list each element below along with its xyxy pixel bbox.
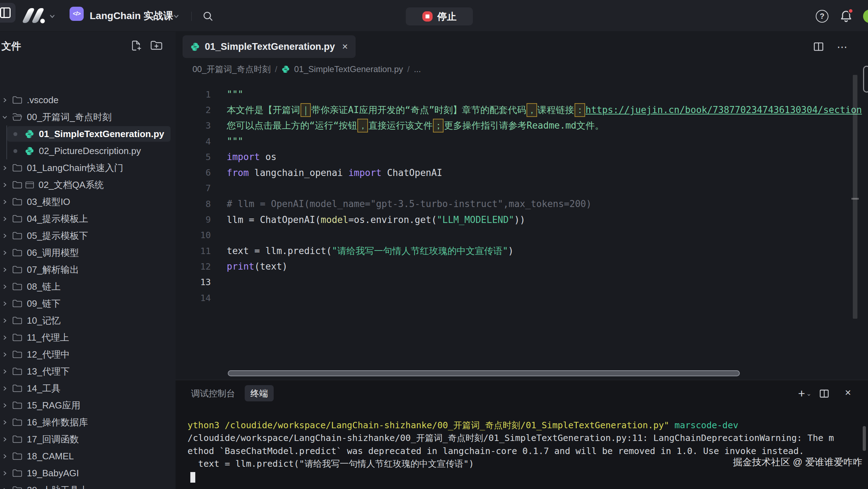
folder-icon: [12, 164, 22, 172]
tree-folder-row[interactable]: 04_提示模板上: [0, 210, 176, 227]
notification-bell-icon[interactable]: [839, 9, 853, 23]
stop-button[interactable]: 停止: [406, 7, 473, 25]
folder-icon: [12, 181, 22, 189]
breadcrumb-folder[interactable]: 00_开篇词_奇点时刻: [192, 64, 270, 75]
file-explorer-panel: 文件 .vscode00_开篇词_奇点时刻01_SimpleTextGenera…: [0, 32, 176, 489]
chevron-right-icon[interactable]: [2, 301, 8, 306]
editor-vertical-scrollbar[interactable]: [853, 75, 857, 319]
user-avatar[interactable]: [863, 10, 868, 23]
tab-terminal[interactable]: 终端: [245, 385, 274, 401]
code-line: 6from langchain_openai import ChatOpenAI: [176, 165, 868, 180]
terminal-output[interactable]: ython3 /cloudide/workspace/LangChain-shi…: [188, 419, 861, 489]
chevron-right-icon[interactable]: [2, 165, 8, 171]
folder-icon: [12, 435, 22, 443]
code-line-content: """: [227, 136, 868, 147]
chevron-right-icon[interactable]: [2, 454, 8, 459]
code-token: # llm = OpenAI(model_name="gpt-3.5-turbo…: [227, 199, 591, 209]
tree-folder-row[interactable]: 00_开篇词_奇点时刻: [0, 108, 176, 125]
chevron-right-icon[interactable]: [2, 386, 8, 391]
tree-folder-row[interactable]: 18_CAMEL: [0, 448, 176, 465]
chevron-right-icon[interactable]: [2, 216, 8, 222]
code-editor[interactable]: 1"""2本文件是【开篇词｜带你亲证AI应用开发的“奇点”时刻】章节的配套代码，…: [176, 80, 868, 380]
file-tree: .vscode00_开篇词_奇点时刻01_SimpleTextGeneratio…: [0, 92, 176, 489]
new-folder-icon[interactable]: [150, 39, 163, 52]
help-icon[interactable]: ?: [816, 10, 828, 23]
editor-tab[interactable]: 01_SimpleTextGeneration.py ×: [183, 35, 356, 58]
chevron-right-icon[interactable]: [2, 369, 8, 374]
chevron-right-icon[interactable]: [2, 437, 8, 442]
tree-folder-row[interactable]: 12_代理中: [0, 346, 176, 363]
more-actions-icon[interactable]: ⋯: [836, 40, 850, 54]
tree-indent-guide: [6, 125, 7, 159]
tree-file-row[interactable]: 02_PictureDescription.py: [0, 142, 176, 159]
folder-icon: [12, 452, 22, 460]
folder-icon: [12, 265, 22, 274]
split-editor-icon[interactable]: [811, 40, 826, 54]
sidebar-toggle-button[interactable]: [0, 3, 16, 23]
tree-folder-row[interactable]: 10_记忆: [0, 312, 176, 329]
tree-item-label: 17_回调函数: [27, 433, 79, 446]
tree-folder-row[interactable]: 05_提示模板下: [0, 227, 176, 244]
tree-folder-row[interactable]: 02_文档QA系统: [0, 176, 176, 193]
tree-item-label: 19_BabyAGI: [27, 468, 79, 479]
tree-folder-row[interactable]: 03_模型IO: [0, 193, 176, 210]
tree-folder-row[interactable]: 06_调用模型: [0, 244, 176, 261]
chevron-right-icon[interactable]: [2, 471, 8, 476]
tree-folder-row[interactable]: 16_操作数据库: [0, 414, 176, 431]
breadcrumb-file[interactable]: 01_SimpleTextGeneration.py: [294, 64, 403, 74]
search-icon[interactable]: [202, 10, 214, 22]
code-token: ，: [527, 103, 537, 117]
tree-folder-row[interactable]: 01_LangChain快速入门: [0, 159, 176, 176]
tab-debug-console[interactable]: 调试控制台: [185, 385, 241, 401]
code-link[interactable]: https://juejin.cn/book/73877023474361303…: [585, 105, 862, 115]
tree-folder-row[interactable]: 17_回调函数: [0, 431, 176, 448]
folder-icon: [12, 333, 22, 342]
close-panel-icon[interactable]: ×: [845, 387, 851, 399]
breadcrumb-separator: /: [407, 64, 410, 74]
chevron-right-icon[interactable]: [2, 233, 8, 238]
tree-folder-row[interactable]: 13_代理下: [0, 363, 176, 380]
tree-folder-row[interactable]: 09_链下: [0, 295, 176, 312]
tree-folder-row[interactable]: 07_解析输出: [0, 261, 176, 278]
project-chevron-down-icon[interactable]: [173, 13, 179, 19]
tree-folder-row[interactable]: 08_链上: [0, 278, 176, 295]
terminal-scrollbar[interactable]: [863, 426, 866, 451]
tab-close-icon[interactable]: ×: [342, 42, 348, 52]
chevron-right-icon[interactable]: [2, 199, 8, 205]
folder-icon: [12, 486, 22, 489]
tree-item-label: 12_代理中: [27, 348, 70, 361]
new-file-icon[interactable]: [129, 39, 143, 52]
chevron-right-icon[interactable]: [2, 284, 8, 289]
tree-item-label: 08_链上: [27, 281, 60, 293]
page-scrollbar-thumb[interactable]: [863, 66, 868, 93]
split-terminal-icon[interactable]: [817, 387, 831, 401]
chevron-right-icon[interactable]: [2, 335, 8, 340]
line-number: 5: [176, 152, 211, 162]
chevron-right-icon[interactable]: [2, 250, 8, 255]
logo-chevron-down-icon[interactable]: [49, 13, 55, 19]
editor-horizontal-scrollbar[interactable]: [228, 370, 740, 376]
code-line: 3您可以点击最上方的“运行“按钮，直接运行该文件；更多操作指引请参考Readme…: [176, 118, 868, 134]
chevron-down-icon[interactable]: [2, 114, 8, 120]
chevron-right-icon[interactable]: [2, 267, 8, 272]
chevron-right-icon[interactable]: [2, 403, 8, 408]
terminal-cursor-line: [188, 471, 861, 483]
tree-folder-row[interactable]: 20_人脉工具上: [0, 482, 176, 489]
breadcrumb-more[interactable]: ...: [414, 64, 421, 74]
chevron-right-icon[interactable]: [2, 488, 8, 489]
chevron-right-icon[interactable]: [2, 420, 8, 425]
tree-folder-row[interactable]: 19_BabyAGI: [0, 465, 176, 482]
tree-folder-row[interactable]: 15_RAG应用: [0, 397, 176, 414]
tree-folder-row[interactable]: 14_工具: [0, 380, 176, 397]
chevron-right-icon[interactable]: [2, 352, 8, 357]
tree-folder-row[interactable]: .vscode: [0, 92, 176, 108]
tree-file-row[interactable]: 01_SimpleTextGeneration.py: [0, 125, 176, 142]
terminal-token: ethod `BaseChatModel.predict` was deprec…: [188, 446, 804, 456]
chevron-right-icon[interactable]: [2, 182, 8, 188]
tree-folder-row[interactable]: 11_代理上: [0, 329, 176, 346]
marscode-logo-icon[interactable]: [22, 8, 49, 24]
chevron-right-icon[interactable]: [2, 318, 8, 323]
chevron-right-icon[interactable]: [2, 98, 8, 103]
project-badge-icon[interactable]: </>: [70, 7, 84, 21]
new-terminal-button[interactable]: + ⌄: [798, 387, 811, 400]
